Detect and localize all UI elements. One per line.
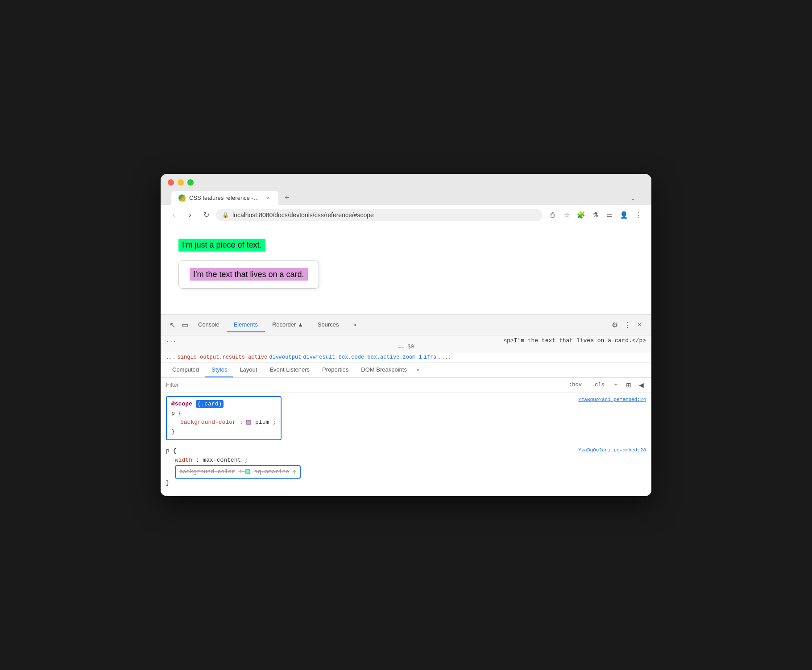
forward-icon: › (189, 211, 191, 219)
settings-icon: ⚙ (612, 321, 618, 329)
scope-selector[interactable]: (.card) (196, 400, 224, 408)
rule1-prop-name: background-color (180, 419, 236, 426)
address-actions: ⎙ ☆ 🧩 ⚗ ▭ 👤 ⋮ (546, 209, 644, 221)
url-text: localhost:8080/docs/devtools/css/referen… (232, 211, 536, 219)
bookmark-button[interactable]: ☆ (560, 209, 573, 221)
tab-console[interactable]: Console (191, 318, 227, 332)
tab-sources[interactable]: Sources (311, 318, 346, 332)
tab-overflow-button[interactable]: ⌄ (625, 191, 641, 205)
device-icon: ▭ (182, 321, 188, 329)
lock-icon: 🔒 (222, 212, 229, 218)
tab-bar: CSS features reference - Chro… × + ⌄ (168, 190, 644, 205)
breadcrumb-path: ... single-output.results-active div#out… (161, 352, 651, 363)
devtools-more-button[interactable]: ⋮ (621, 318, 634, 331)
breadcrumb-item-0[interactable]: single-output.results-active (178, 354, 268, 360)
css-rule-scope: YzaBqOo?ani…pe=embed:24 @scope (.card) p… (166, 396, 646, 442)
rule1-prop-value: plum (255, 419, 269, 426)
tab-event-listeners[interactable]: Event Listeners (263, 363, 316, 377)
add-style-button[interactable]: + (611, 381, 621, 389)
inspector-tool-button[interactable]: ↖ (166, 318, 178, 331)
rule2-bgcolor-name: background-color (179, 468, 235, 475)
new-tab-button[interactable]: + (279, 190, 295, 205)
rule1-atrule-line: @scope (.card) (171, 400, 276, 409)
devtools-close-button[interactable]: × (634, 318, 646, 331)
rule2-width-name: width (175, 457, 192, 463)
device-tool-button[interactable]: ▭ (178, 318, 191, 331)
tab-properties[interactable]: Properties (316, 363, 355, 377)
close-button[interactable] (168, 179, 174, 186)
tab-recorder[interactable]: Recorder ▲ (265, 318, 311, 332)
breadcrumb-item-3[interactable]: ifra… (424, 354, 440, 360)
css-rules-panel: YzaBqOo?ani…pe=embed:24 @scope (.card) p… (161, 393, 651, 496)
beaker-button[interactable]: ⚗ (589, 209, 601, 221)
profile-button[interactable]: 👤 (617, 209, 630, 221)
inspector-icon: ↖ (170, 321, 175, 329)
tab-layout[interactable]: Layout (233, 363, 263, 377)
tab-more[interactable]: » (346, 318, 364, 332)
breadcrumb-item-1[interactable]: div#output (269, 354, 301, 360)
hov-filter-button[interactable]: :hov (565, 381, 585, 389)
card-text: I'm the text that lives on a card. (190, 268, 308, 281)
share-button[interactable]: ⎙ (546, 209, 559, 221)
reload-icon: ↻ (203, 211, 209, 219)
devtools-settings-button[interactable]: ⚙ (609, 318, 621, 331)
rule2-selector: p { (166, 447, 646, 456)
tab-favicon (178, 194, 186, 202)
tab-computed[interactable]: Computed (166, 363, 205, 377)
extensions-button[interactable]: 🧩 (575, 209, 587, 221)
close-icon: × (638, 321, 642, 329)
rule2-decl-bgcolor: background-color : aquamarine ; (175, 465, 646, 479)
scope-keyword: @scope (171, 401, 192, 407)
window-controls (168, 179, 644, 186)
rule2-declarations: width : max-content ; background-color :… (166, 456, 646, 479)
rule2-source[interactable]: YzaBqOo?ani…pe=embed:28 (578, 447, 646, 455)
aquamarine-color-swatch[interactable] (245, 469, 250, 474)
rule2-width-value: max-content (203, 457, 241, 463)
rule2-bgcolor-highlighted: background-color : aquamarine ; (175, 465, 301, 479)
filter-actions: :hov .cls + ⊞ ◀ (565, 380, 646, 390)
breadcrumb-end-dots: ... (442, 354, 452, 360)
tab-styles[interactable]: Styles (205, 363, 233, 377)
toggle-sidebar-button[interactable]: ◀ (636, 380, 646, 390)
filter-input[interactable] (166, 381, 562, 388)
devtools-toolbar: ↖ ▭ Console Elements Recorder ▲ Sources … (161, 315, 651, 335)
url-bar[interactable]: 🔒 localhost:8080/docs/devtools/css/refer… (216, 209, 543, 221)
devtools-panel: ↖ ▭ Console Elements Recorder ▲ Sources … (161, 314, 651, 496)
active-tab[interactable]: CSS features reference - Chro… × (171, 191, 278, 205)
tab-title: CSS features reference - Chro… (189, 194, 261, 201)
minimize-button[interactable] (178, 179, 184, 186)
back-button[interactable]: ‹ (168, 209, 180, 221)
more-icon: ⋮ (624, 321, 631, 329)
page-content: I'm just a piece of text. I'm the text t… (161, 225, 651, 314)
rule1-source[interactable]: YzaBqOo?ani…pe=embed:24 (578, 396, 646, 404)
browser-window: CSS features reference - Chro… × + ⌄ ‹ ›… (161, 174, 651, 496)
dom-eq: == $0 (166, 344, 646, 350)
plain-text: I'm just a piece of text. (178, 239, 265, 252)
rule1-declarations: background-color : plum ; (171, 418, 276, 427)
maximize-button[interactable] (187, 179, 194, 186)
new-style-sheet-button[interactable]: ⊞ (624, 380, 634, 390)
dom-selected-container: ... <p>I'm the text that lives on a card… (161, 335, 651, 352)
tab-dom-breakpoints[interactable]: DOM Breakpoints (355, 363, 413, 377)
breadcrumb-dots: ... (166, 354, 176, 360)
breadcrumb-item-2[interactable]: div#result-box.code-box.active.zoom-1 (303, 354, 422, 360)
title-bar: CSS features reference - Chro… × + ⌄ (161, 174, 651, 205)
filter-bar: :hov .cls + ⊞ ◀ (161, 378, 651, 393)
reload-button[interactable]: ↻ (200, 209, 212, 221)
css-rule-p: YzaBqOo?ani…pe=embed:28 p { width : max-… (166, 447, 646, 488)
rule1-highlighted: @scope (.card) p { background-color : pl… (166, 396, 282, 440)
rule2-decl-width: width : max-content ; (175, 456, 646, 465)
dom-selected-text: <p>I'm the text that lives on a card.</p… (180, 337, 646, 344)
tab-elements[interactable]: Elements (227, 318, 265, 332)
rule2-close: } (166, 479, 646, 488)
forward-button[interactable]: › (184, 209, 196, 221)
cast-button[interactable]: ▭ (603, 209, 616, 221)
tab-close-icon[interactable]: × (264, 194, 271, 202)
dom-dots-row: ... <p>I'm the text that lives on a card… (166, 337, 646, 344)
card-box: I'm the text that lives on a card. (178, 261, 319, 289)
panel-tabs-more[interactable]: » (413, 363, 423, 376)
cls-filter-button[interactable]: .cls (588, 381, 608, 389)
address-bar: ‹ › ↻ 🔒 localhost:8080/docs/devtools/css… (161, 205, 651, 225)
more-options-button[interactable]: ⋮ (632, 209, 644, 221)
plum-color-swatch[interactable] (246, 420, 251, 425)
